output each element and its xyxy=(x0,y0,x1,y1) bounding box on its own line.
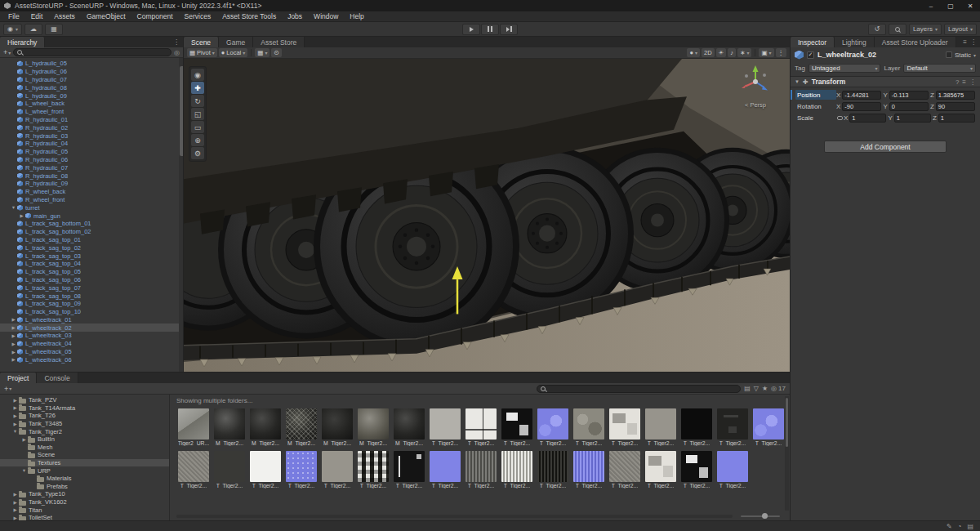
hidden-packages-toggle[interactable]: ◎17 xyxy=(771,385,786,392)
project-tree-item[interactable]: Prefabs xyxy=(0,483,169,491)
hierarchy-search-input[interactable] xyxy=(13,48,172,56)
presets-icon[interactable]: ≡ xyxy=(962,78,966,86)
asset-item[interactable]: T_Tiger2... xyxy=(715,451,750,489)
transform-row-label[interactable]: Scale xyxy=(795,113,836,123)
foldout-icon[interactable]: ▶ xyxy=(11,398,19,403)
cloud-services-button[interactable]: ☁ xyxy=(24,24,42,35)
rotate-tool[interactable]: ↻ xyxy=(191,95,204,107)
component-menu-icon[interactable]: ⋮ xyxy=(969,78,976,86)
hierarchy-item[interactable]: L_track_sag_top_07 xyxy=(0,283,183,292)
draw-mode-dropdown[interactable]: ●▾ xyxy=(687,48,700,57)
project-tree-item[interactable]: ▶Tank_T3485 xyxy=(0,420,169,428)
transform-tool[interactable]: ⊕ xyxy=(191,134,204,146)
layer-dropdown[interactable]: Default▾ xyxy=(903,64,976,73)
scene-camera-dropdown[interactable]: ▣▾ xyxy=(759,48,773,57)
project-tree-item[interactable]: ▶Tank_PZV xyxy=(0,396,169,404)
play-button[interactable] xyxy=(462,24,480,35)
snap-toggle[interactable]: ⊙ xyxy=(271,48,281,57)
scale-z-field[interactable]: 1 xyxy=(938,114,975,123)
undo-history-button[interactable]: ↺ xyxy=(868,24,886,35)
hierarchy-item[interactable]: R_wheel_front xyxy=(0,196,183,204)
asset-item[interactable]: T_Tiger2... xyxy=(464,451,498,489)
tab-game[interactable]: Game xyxy=(219,37,253,47)
asset-item[interactable]: T_Tiger2... xyxy=(751,408,786,446)
hierarchy-item[interactable]: ▶main_gun xyxy=(0,212,183,220)
menu-item-jobs[interactable]: Jobs xyxy=(282,12,308,20)
asset-item[interactable]: M_Tiger2... xyxy=(320,408,354,446)
hierarchy-item[interactable]: L_track_sag_top_04 xyxy=(0,260,183,268)
static-checkbox[interactable] xyxy=(946,51,952,58)
menu-item-assets[interactable]: Assets xyxy=(48,12,81,20)
project-tree-item[interactable]: ▶Tank_T14Armata xyxy=(0,404,169,413)
hierarchy-item[interactable]: L_hydraulic_09 xyxy=(0,91,183,100)
foldout-icon[interactable]: ▶ xyxy=(10,333,17,338)
foldout-icon[interactable]: ▶ xyxy=(18,213,25,218)
asset-item[interactable]: T_Tiger2... xyxy=(500,451,534,489)
foldout-icon[interactable]: ▶ xyxy=(20,437,28,442)
hierarchy-item[interactable]: L_track_sag_top_08 xyxy=(0,292,183,300)
foldout-icon[interactable]: ▶ xyxy=(11,507,19,512)
active-checkbox[interactable]: ✓ xyxy=(807,51,814,59)
hierarchy-item[interactable]: L_track_sag_top_10 xyxy=(0,308,183,316)
menu-item-file[interactable]: File xyxy=(2,12,25,20)
tab-console[interactable]: Console xyxy=(37,373,78,383)
scene-visibility-icon[interactable]: ◎ xyxy=(174,49,180,56)
project-search-input[interactable] xyxy=(537,385,741,393)
zoom-knob[interactable] xyxy=(762,513,768,519)
foldout-icon[interactable]: ▶ xyxy=(11,500,19,505)
rotation-y-field[interactable]: 0 xyxy=(889,102,929,111)
asset-item[interactable]: M_Tiger2... xyxy=(212,408,247,446)
layers-dropdown[interactable]: Layers▾ xyxy=(909,24,942,35)
hierarchy-item[interactable]: R_wheel_back xyxy=(0,188,183,196)
project-tree-item[interactable]: ▶Titan xyxy=(0,506,169,514)
global-search-button[interactable] xyxy=(889,24,906,35)
asset-item[interactable]: T_Tiger2... xyxy=(536,451,570,489)
asset-item[interactable]: T_Tiger2... xyxy=(536,408,570,446)
progress-icon[interactable]: ◔ xyxy=(958,523,962,530)
hierarchy-item[interactable]: L_track_sag_top_09 xyxy=(0,300,183,308)
activity-icon[interactable]: ✎ xyxy=(947,523,952,530)
hierarchy-item[interactable]: L_track_sag_top_01 xyxy=(0,236,183,244)
asset-item[interactable]: T_Tiger2... xyxy=(428,451,462,489)
menu-item-gameobject[interactable]: GameObject xyxy=(81,12,131,20)
asset-item[interactable]: T_Tiger2... xyxy=(644,408,678,446)
grid-snapping-dropdown[interactable]: ▦▾ xyxy=(255,48,270,57)
scale-x-field[interactable]: 1 xyxy=(849,114,886,123)
2d-toggle[interactable]: 2D xyxy=(702,48,715,57)
hierarchy-item[interactable]: ▶L_wheeltrack_05 xyxy=(0,348,183,356)
panel-menu-icon[interactable]: ⋮ xyxy=(970,38,977,46)
asset-item[interactable]: T_Tiger2... xyxy=(392,451,426,489)
asset-item[interactable]: M_Tiger2... xyxy=(248,408,283,446)
foldout-icon[interactable]: ▶ xyxy=(10,357,17,362)
version-control-button[interactable]: ▦ xyxy=(45,24,63,35)
menu-item-component[interactable]: Component xyxy=(131,12,179,20)
search-by-type-icon[interactable]: ▤ xyxy=(744,385,751,392)
hierarchy-item[interactable]: L_track_sag_top_05 xyxy=(0,268,183,276)
hierarchy-item[interactable]: R_hydraulic_01 xyxy=(0,116,183,124)
asset-item[interactable]: T_Tiger2... xyxy=(284,451,318,489)
thumbnail-zoom-slider[interactable] xyxy=(741,513,780,520)
panel-menu-icon[interactable]: ⋮ xyxy=(173,38,180,46)
project-tree-item[interactable]: Scene xyxy=(0,451,169,459)
asset-item[interactable]: T_Tiger2... xyxy=(320,451,354,489)
asset-item[interactable]: T_Tiger2... xyxy=(356,451,390,489)
rotation-z-field[interactable]: 90 xyxy=(936,102,975,111)
view-tool[interactable]: ◉ xyxy=(191,69,204,81)
asset-item[interactable]: T_Tiger2... xyxy=(500,408,534,446)
hierarchy-item[interactable]: R_hydraulic_07 xyxy=(0,163,183,172)
project-hscrollbar[interactable] xyxy=(176,515,733,518)
step-button[interactable] xyxy=(500,24,518,35)
hierarchy-item[interactable]: L_wheel_front xyxy=(0,108,183,116)
foldout-icon[interactable]: ▶ xyxy=(11,515,19,520)
tab-hierarchy[interactable]: Hierarchy xyxy=(0,37,45,47)
hierarchy-item[interactable]: L_hydraulic_07 xyxy=(0,76,183,84)
hierarchy-item[interactable]: R_hydraulic_06 xyxy=(0,156,183,164)
foldout-icon[interactable]: ▶ xyxy=(11,413,19,418)
asset-item[interactable]: T_Tiger2... xyxy=(715,408,750,446)
menu-item-help[interactable]: Help xyxy=(344,12,369,20)
scene-audio-toggle[interactable]: ♪ xyxy=(728,48,736,57)
transform-row-label[interactable]: Position xyxy=(795,90,836,100)
foldout-icon[interactable]: ▶ xyxy=(11,405,19,410)
asset-item[interactable]: T_Tiger2... xyxy=(464,408,498,446)
gizmos-menu-button[interactable]: ⋮ xyxy=(776,48,787,57)
